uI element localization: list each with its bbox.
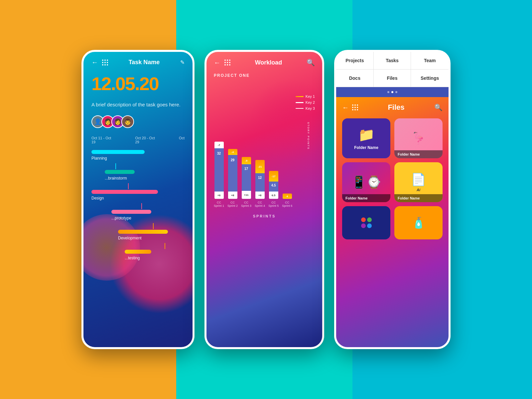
fig-dot-red — [361, 217, 366, 222]
files-search-icon[interactable]: 🔍 — [434, 103, 443, 111]
phone-task-name: ← Task Name ✎ 12.05.20 A brief descripti… — [81, 50, 195, 349]
sprint-1-col: -7 32 +6 — [214, 142, 224, 199]
files-header: ← Files 🔍 — [342, 103, 443, 112]
folder-4[interactable]: 📄 Ai Folder Name — [394, 162, 443, 202]
app-tabs-row1: Projects Tasks Team — [336, 52, 449, 69]
bottle-card[interactable]: 🧴 — [394, 206, 443, 239]
sprint-6-label: CCSprint 6 — [282, 201, 292, 207]
connector-4 — [153, 223, 154, 229]
planning-bar — [91, 150, 145, 154]
sprint-1: -7 32 +6 CCSprint 1 — [214, 142, 224, 207]
sprint-6-col: 4 — [283, 194, 292, 199]
sprint-2-col: -4 29 +8 — [228, 149, 237, 199]
tab-files[interactable]: Files — [374, 69, 411, 87]
sprint-1-top: -7 — [214, 142, 224, 148]
timeline-header: Oct 11 - Oct 19 Oct 20 - Oct 29 Oct — [91, 136, 185, 144]
figma-card[interactable] — [342, 206, 390, 239]
sprint-3-mid: 17 — [242, 164, 251, 191]
files-title: Files — [388, 103, 404, 112]
workload-back-icon[interactable]: ← — [214, 59, 220, 66]
tab-settings[interactable]: Settings — [411, 69, 449, 87]
phone-files: Projects Tasks Team Docs Files Settings … — [334, 50, 451, 349]
back-icon[interactable]: ← — [91, 59, 98, 66]
development-label: Development — [118, 236, 185, 240]
task-design: Design — [91, 189, 185, 200]
sprint-5-label: CCSprint 5 — [268, 201, 279, 207]
tab-docs[interactable]: Docs — [336, 69, 374, 87]
design-bar — [91, 190, 158, 194]
bottle-icon: 🧴 — [412, 216, 425, 229]
sprint-4-mid: 12 — [255, 173, 265, 192]
sprint-4-label: CCSprint 4 — [255, 201, 265, 207]
sprint-2-top: -4 — [228, 149, 237, 155]
tab-projects[interactable]: Projects — [336, 52, 374, 69]
legend-label-3: Key 3 — [306, 106, 315, 110]
timeline-range-3: Oct — [179, 136, 185, 144]
planning-label: Planning — [91, 156, 185, 161]
folder-1-name: Folder Name — [354, 145, 378, 150]
folder-1[interactable]: 📁 Folder Name — [342, 118, 390, 158]
sprint-3-label: CCSprint 3 — [241, 201, 251, 207]
folder-2[interactable]: 🦩 Folder Name — [394, 118, 443, 158]
sprint-5-bot: 6.5 — [269, 192, 278, 199]
task-date: 12.05.20 — [91, 73, 185, 94]
tab-team[interactable]: Team — [411, 52, 449, 69]
dot-2 — [391, 91, 393, 93]
legend-line-2 — [296, 102, 304, 103]
sprint-3-mid-val: 17 — [244, 167, 248, 171]
sprint-6: 4 CCSprint 6 — [282, 194, 292, 207]
chart-legend: Key 1 Key 2 Key 3 — [296, 94, 315, 110]
team-avatars: 👤 👩 👩 👨 — [91, 115, 185, 128]
legend-label-2: Key 2 — [306, 100, 315, 104]
workload-search-icon[interactable]: 🔍 — [307, 59, 315, 66]
phone2-header-left: ← — [214, 59, 230, 66]
brainstorm-bar — [105, 170, 135, 174]
fig-dot-purple — [361, 223, 366, 228]
design-label: Design — [91, 196, 185, 200]
legend-key3: Key 3 — [296, 106, 315, 110]
phones-container: ← Task Name ✎ 12.05.20 A brief descripti… — [0, 0, 532, 399]
sprint-5-mid: 4.5 — [269, 182, 278, 192]
legend-line-1 — [296, 96, 304, 97]
x-axis-label: SPRINTS — [214, 214, 315, 218]
tab-tasks[interactable]: Tasks — [374, 52, 411, 69]
sprint-5-col: -17 4.5 6.5 — [269, 171, 278, 199]
prototype-label: ...prototype — [111, 216, 185, 220]
timeline-range-2: Oct 20 - Oct 29 — [135, 136, 159, 144]
files-back-icon[interactable]: ← — [342, 104, 349, 111]
development-bar — [118, 230, 168, 234]
task-brainstorm: ...brainstorm — [91, 169, 185, 181]
sprint-5-mid-val: 4.5 — [271, 184, 276, 187]
fig-dot-green — [367, 217, 372, 222]
sprint-2-label: CCSprint 2 — [227, 201, 238, 207]
files-header-left: ← — [342, 104, 358, 111]
sprint-4-bot: +8 — [255, 192, 265, 199]
task-planning: Planning — [91, 149, 185, 161]
dot-3 — [395, 91, 397, 93]
files-screen: ← Files 🔍 — [336, 97, 449, 347]
sprint-1-mid-val: 32 — [217, 152, 221, 155]
legend-line-3 — [296, 108, 304, 109]
edit-icon[interactable]: ✎ — [180, 59, 185, 66]
sprint-3-bot: +11 — [242, 191, 251, 199]
sprint-2-bot: +8 — [228, 192, 237, 199]
legend-key1: Key 1 — [296, 94, 315, 98]
sprint-2-bars: -4 29 +8 — [228, 149, 237, 199]
phone2-header: ← Workload 🔍 — [214, 59, 315, 66]
legend-label-1: Key 1 — [306, 94, 315, 98]
sprint-3-col: -9 17 +11 — [242, 157, 251, 199]
sprint-1-label: CCSprint 1 — [214, 201, 224, 207]
testing-label: ...testing — [125, 256, 185, 260]
sprint-6-val: 4 — [283, 194, 292, 199]
sprint-3: -9 17 +11 CCSprint 3 — [241, 157, 251, 207]
connector-1 — [115, 163, 116, 169]
sprint-2-mid-val: 29 — [231, 158, 234, 162]
folder-3[interactable]: 📱⌚ Folder Name — [342, 162, 390, 202]
sprint-4-mid-val: 12 — [258, 176, 262, 180]
folder-4-overlay: Folder Name — [394, 194, 443, 202]
sprint-5-bars: -17 4.5 6.5 — [269, 171, 278, 199]
sprint-5-top: -17 — [269, 171, 278, 182]
files-grid-icon — [352, 104, 358, 110]
folder-3-overlay: Folder Name — [342, 194, 390, 202]
testing-bar — [125, 250, 151, 254]
